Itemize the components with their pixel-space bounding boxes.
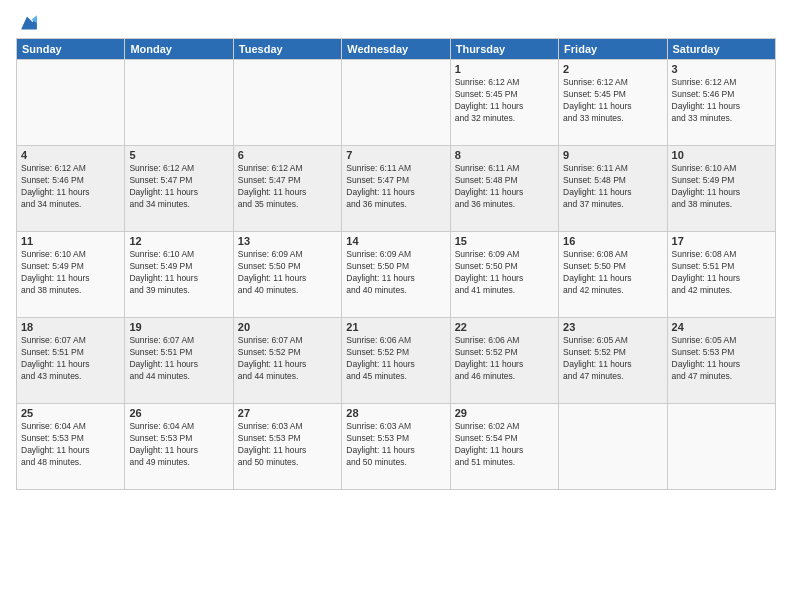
header-cell-saturday: Saturday	[667, 39, 775, 60]
day-cell: 29Sunrise: 6:02 AM Sunset: 5:54 PM Dayli…	[450, 404, 558, 490]
day-info: Sunrise: 6:03 AM Sunset: 5:53 PM Dayligh…	[346, 421, 445, 469]
day-info: Sunrise: 6:04 AM Sunset: 5:53 PM Dayligh…	[129, 421, 228, 469]
day-cell: 28Sunrise: 6:03 AM Sunset: 5:53 PM Dayli…	[342, 404, 450, 490]
day-info: Sunrise: 6:07 AM Sunset: 5:51 PM Dayligh…	[21, 335, 120, 383]
day-cell: 12Sunrise: 6:10 AM Sunset: 5:49 PM Dayli…	[125, 232, 233, 318]
day-number: 2	[563, 63, 662, 75]
day-cell: 22Sunrise: 6:06 AM Sunset: 5:52 PM Dayli…	[450, 318, 558, 404]
day-info: Sunrise: 6:08 AM Sunset: 5:50 PM Dayligh…	[563, 249, 662, 297]
day-cell	[559, 404, 667, 490]
day-number: 24	[672, 321, 771, 333]
day-cell: 23Sunrise: 6:05 AM Sunset: 5:52 PM Dayli…	[559, 318, 667, 404]
day-info: Sunrise: 6:02 AM Sunset: 5:54 PM Dayligh…	[455, 421, 554, 469]
day-number: 4	[21, 149, 120, 161]
day-info: Sunrise: 6:09 AM Sunset: 5:50 PM Dayligh…	[346, 249, 445, 297]
day-info: Sunrise: 6:09 AM Sunset: 5:50 PM Dayligh…	[238, 249, 337, 297]
day-info: Sunrise: 6:11 AM Sunset: 5:48 PM Dayligh…	[455, 163, 554, 211]
day-number: 12	[129, 235, 228, 247]
week-row-4: 18Sunrise: 6:07 AM Sunset: 5:51 PM Dayli…	[17, 318, 776, 404]
day-cell	[125, 60, 233, 146]
day-number: 6	[238, 149, 337, 161]
day-cell: 3Sunrise: 6:12 AM Sunset: 5:46 PM Daylig…	[667, 60, 775, 146]
day-cell: 4Sunrise: 6:12 AM Sunset: 5:46 PM Daylig…	[17, 146, 125, 232]
day-cell: 27Sunrise: 6:03 AM Sunset: 5:53 PM Dayli…	[233, 404, 341, 490]
day-cell: 18Sunrise: 6:07 AM Sunset: 5:51 PM Dayli…	[17, 318, 125, 404]
day-number: 10	[672, 149, 771, 161]
week-row-2: 4Sunrise: 6:12 AM Sunset: 5:46 PM Daylig…	[17, 146, 776, 232]
day-number: 17	[672, 235, 771, 247]
day-number: 23	[563, 321, 662, 333]
day-number: 3	[672, 63, 771, 75]
day-number: 9	[563, 149, 662, 161]
day-number: 21	[346, 321, 445, 333]
calendar-header: SundayMondayTuesdayWednesdayThursdayFrid…	[17, 39, 776, 60]
day-number: 8	[455, 149, 554, 161]
day-cell	[667, 404, 775, 490]
week-row-5: 25Sunrise: 6:04 AM Sunset: 5:53 PM Dayli…	[17, 404, 776, 490]
calendar-table: SundayMondayTuesdayWednesdayThursdayFrid…	[16, 38, 776, 490]
day-info: Sunrise: 6:10 AM Sunset: 5:49 PM Dayligh…	[672, 163, 771, 211]
day-number: 26	[129, 407, 228, 419]
header-cell-monday: Monday	[125, 39, 233, 60]
day-info: Sunrise: 6:12 AM Sunset: 5:47 PM Dayligh…	[129, 163, 228, 211]
day-info: Sunrise: 6:12 AM Sunset: 5:45 PM Dayligh…	[455, 77, 554, 125]
day-cell	[342, 60, 450, 146]
day-cell: 8Sunrise: 6:11 AM Sunset: 5:48 PM Daylig…	[450, 146, 558, 232]
day-cell: 5Sunrise: 6:12 AM Sunset: 5:47 PM Daylig…	[125, 146, 233, 232]
day-cell: 7Sunrise: 6:11 AM Sunset: 5:47 PM Daylig…	[342, 146, 450, 232]
day-cell: 24Sunrise: 6:05 AM Sunset: 5:53 PM Dayli…	[667, 318, 775, 404]
day-info: Sunrise: 6:11 AM Sunset: 5:48 PM Dayligh…	[563, 163, 662, 211]
day-info: Sunrise: 6:11 AM Sunset: 5:47 PM Dayligh…	[346, 163, 445, 211]
day-info: Sunrise: 6:07 AM Sunset: 5:52 PM Dayligh…	[238, 335, 337, 383]
day-cell: 25Sunrise: 6:04 AM Sunset: 5:53 PM Dayli…	[17, 404, 125, 490]
day-info: Sunrise: 6:07 AM Sunset: 5:51 PM Dayligh…	[129, 335, 228, 383]
header-cell-friday: Friday	[559, 39, 667, 60]
day-number: 22	[455, 321, 554, 333]
day-number: 5	[129, 149, 228, 161]
logo-icon	[16, 12, 38, 34]
header-row: SundayMondayTuesdayWednesdayThursdayFrid…	[17, 39, 776, 60]
day-info: Sunrise: 6:04 AM Sunset: 5:53 PM Dayligh…	[21, 421, 120, 469]
day-number: 19	[129, 321, 228, 333]
day-number: 15	[455, 235, 554, 247]
day-number: 16	[563, 235, 662, 247]
header-cell-tuesday: Tuesday	[233, 39, 341, 60]
day-info: Sunrise: 6:03 AM Sunset: 5:53 PM Dayligh…	[238, 421, 337, 469]
day-number: 28	[346, 407, 445, 419]
day-info: Sunrise: 6:05 AM Sunset: 5:52 PM Dayligh…	[563, 335, 662, 383]
day-number: 11	[21, 235, 120, 247]
day-info: Sunrise: 6:09 AM Sunset: 5:50 PM Dayligh…	[455, 249, 554, 297]
day-info: Sunrise: 6:12 AM Sunset: 5:46 PM Dayligh…	[21, 163, 120, 211]
day-info: Sunrise: 6:12 AM Sunset: 5:47 PM Dayligh…	[238, 163, 337, 211]
header-cell-thursday: Thursday	[450, 39, 558, 60]
day-number: 20	[238, 321, 337, 333]
day-cell: 14Sunrise: 6:09 AM Sunset: 5:50 PM Dayli…	[342, 232, 450, 318]
day-info: Sunrise: 6:08 AM Sunset: 5:51 PM Dayligh…	[672, 249, 771, 297]
day-number: 13	[238, 235, 337, 247]
day-info: Sunrise: 6:12 AM Sunset: 5:46 PM Dayligh…	[672, 77, 771, 125]
day-cell: 6Sunrise: 6:12 AM Sunset: 5:47 PM Daylig…	[233, 146, 341, 232]
day-cell: 21Sunrise: 6:06 AM Sunset: 5:52 PM Dayli…	[342, 318, 450, 404]
day-cell: 26Sunrise: 6:04 AM Sunset: 5:53 PM Dayli…	[125, 404, 233, 490]
day-cell: 10Sunrise: 6:10 AM Sunset: 5:49 PM Dayli…	[667, 146, 775, 232]
day-info: Sunrise: 6:06 AM Sunset: 5:52 PM Dayligh…	[455, 335, 554, 383]
day-cell: 19Sunrise: 6:07 AM Sunset: 5:51 PM Dayli…	[125, 318, 233, 404]
day-number: 29	[455, 407, 554, 419]
day-info: Sunrise: 6:12 AM Sunset: 5:45 PM Dayligh…	[563, 77, 662, 125]
header-cell-sunday: Sunday	[17, 39, 125, 60]
day-cell: 16Sunrise: 6:08 AM Sunset: 5:50 PM Dayli…	[559, 232, 667, 318]
day-cell	[233, 60, 341, 146]
week-row-3: 11Sunrise: 6:10 AM Sunset: 5:49 PM Dayli…	[17, 232, 776, 318]
day-cell: 17Sunrise: 6:08 AM Sunset: 5:51 PM Dayli…	[667, 232, 775, 318]
day-number: 7	[346, 149, 445, 161]
day-number: 14	[346, 235, 445, 247]
week-row-1: 1Sunrise: 6:12 AM Sunset: 5:45 PM Daylig…	[17, 60, 776, 146]
day-number: 18	[21, 321, 120, 333]
day-info: Sunrise: 6:06 AM Sunset: 5:52 PM Dayligh…	[346, 335, 445, 383]
header	[16, 12, 776, 34]
day-cell: 11Sunrise: 6:10 AM Sunset: 5:49 PM Dayli…	[17, 232, 125, 318]
day-cell	[17, 60, 125, 146]
logo	[16, 16, 40, 34]
day-cell: 2Sunrise: 6:12 AM Sunset: 5:45 PM Daylig…	[559, 60, 667, 146]
day-number: 25	[21, 407, 120, 419]
